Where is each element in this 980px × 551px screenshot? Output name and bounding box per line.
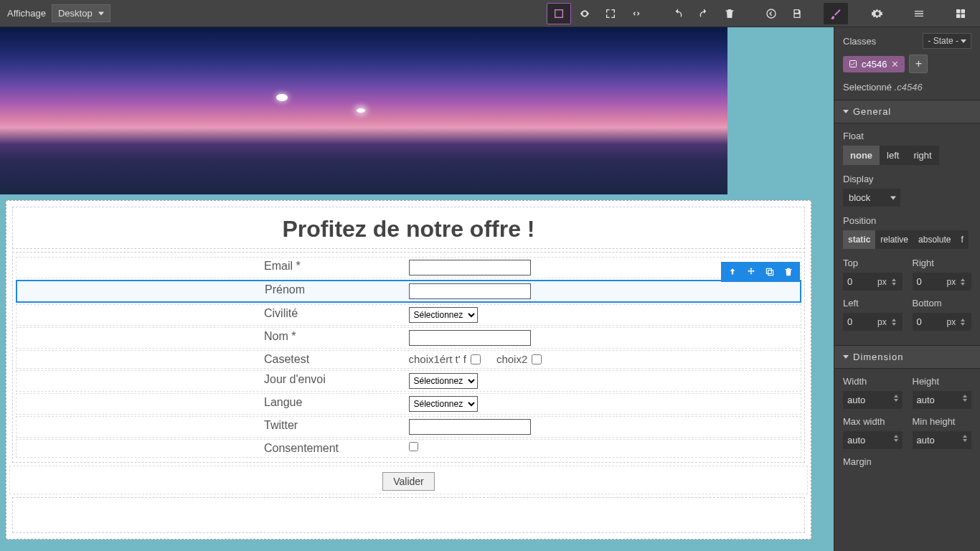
input-nom[interactable] bbox=[409, 330, 531, 346]
svg-rect-6 bbox=[768, 270, 773, 276]
float-group: none left right bbox=[843, 146, 971, 165]
svg-rect-0 bbox=[555, 9, 563, 17]
checkbox-choice2[interactable] bbox=[532, 354, 542, 364]
display-prop-label: Display bbox=[843, 174, 971, 184]
toolbar-center bbox=[547, 3, 809, 24]
svg-rect-3 bbox=[961, 9, 965, 13]
maxwidth-label: Max width bbox=[843, 416, 903, 427]
width-select[interactable]: auto bbox=[843, 391, 903, 409]
grid-icon[interactable] bbox=[948, 3, 973, 24]
svg-rect-4 bbox=[956, 14, 960, 17]
minheight-label: Min height bbox=[913, 416, 972, 427]
row-consentement: Consentement bbox=[16, 439, 801, 458]
caret-down-icon bbox=[843, 110, 849, 113]
copy-icon[interactable] bbox=[760, 264, 779, 280]
input-email[interactable] bbox=[409, 260, 531, 276]
back-icon[interactable] bbox=[759, 3, 783, 24]
select-outline-icon[interactable] bbox=[547, 3, 571, 24]
margin-label: Margin bbox=[843, 456, 971, 467]
pos-static[interactable]: static bbox=[843, 230, 875, 249]
pos-absolute[interactable]: absolute bbox=[913, 230, 956, 249]
selection-toolbar bbox=[721, 262, 800, 282]
row-langue: Langue Sélectionnez bbox=[16, 393, 801, 415]
left-label: Left bbox=[843, 298, 903, 309]
label-langue: Langue bbox=[17, 396, 409, 412]
brush-icon[interactable] bbox=[824, 3, 848, 24]
svg-rect-7 bbox=[766, 268, 771, 273]
display-select[interactable]: Desktop bbox=[52, 4, 110, 22]
class-tag[interactable]: c4546 ✕ bbox=[843, 56, 905, 72]
bottom-stepper[interactable] bbox=[958, 313, 967, 331]
input-twitter[interactable] bbox=[409, 419, 531, 435]
checkbox-consentement[interactable] bbox=[409, 442, 418, 451]
section-general[interactable]: General bbox=[834, 100, 980, 123]
label-casetest: Casetest bbox=[17, 353, 409, 366]
trash-icon[interactable] bbox=[717, 3, 742, 24]
section-dimension[interactable]: Dimension bbox=[834, 345, 980, 369]
minheight-select[interactable]: auto bbox=[913, 431, 972, 449]
left-stepper[interactable] bbox=[890, 313, 898, 331]
bottom-input[interactable] bbox=[913, 313, 944, 331]
submit-button[interactable]: Valider bbox=[382, 472, 435, 491]
check-icon bbox=[849, 60, 857, 68]
select-langue[interactable]: Sélectionnez bbox=[409, 396, 478, 412]
float-left[interactable]: left bbox=[880, 146, 906, 165]
label-prenom: Prénom bbox=[17, 283, 409, 299]
row-prenom[interactable]: Prénom bbox=[16, 280, 801, 303]
form-title: Profitez de notre offre ! bbox=[12, 207, 805, 249]
select-parent-icon[interactable] bbox=[723, 264, 742, 280]
label-consentement: Consentement bbox=[17, 442, 409, 455]
form-body: Email * Prénom Civilité Sélectionnez bbox=[12, 252, 805, 463]
pos-relative[interactable]: relative bbox=[875, 230, 913, 249]
fullscreen-icon[interactable] bbox=[598, 3, 623, 24]
eye-icon[interactable] bbox=[573, 3, 597, 24]
select-jour[interactable]: Sélectionnez bbox=[409, 373, 478, 389]
position-label: Position bbox=[843, 215, 971, 226]
canvas[interactable]: Profitez de notre offre ! Email * Prénom bbox=[0, 27, 834, 551]
float-right[interactable]: right bbox=[906, 146, 938, 165]
delete-icon[interactable] bbox=[779, 264, 798, 280]
selected-info: Selectionné .c4546 bbox=[834, 79, 980, 100]
choice2-label: choix2 bbox=[496, 353, 527, 365]
svg-point-1 bbox=[767, 9, 776, 18]
gear-icon[interactable] bbox=[865, 3, 890, 24]
label-email: Email * bbox=[17, 260, 409, 276]
topbar: Affichage Desktop bbox=[0, 0, 980, 27]
move-icon[interactable] bbox=[742, 264, 760, 280]
right-input[interactable] bbox=[913, 273, 944, 291]
form-container: Profitez de notre offre ! Email * Prénom bbox=[6, 200, 811, 540]
svg-rect-2 bbox=[956, 9, 960, 13]
pos-more[interactable]: f bbox=[956, 230, 968, 249]
float-none[interactable]: none bbox=[843, 146, 880, 165]
row-civilite: Civilité Sélectionnez bbox=[16, 304, 801, 326]
select-civilite[interactable]: Sélectionnez bbox=[409, 307, 478, 323]
state-select[interactable]: - State - bbox=[923, 33, 971, 49]
row-casetest: Casetest choix1ért t' f choix2 bbox=[16, 350, 801, 369]
label-jour: Jour d'envoi bbox=[17, 373, 409, 389]
right-stepper[interactable] bbox=[958, 273, 967, 291]
input-prenom[interactable] bbox=[409, 283, 531, 299]
height-label: Height bbox=[913, 376, 972, 387]
close-icon[interactable]: ✕ bbox=[891, 59, 899, 70]
height-select[interactable]: auto bbox=[913, 391, 972, 409]
code-icon[interactable] bbox=[624, 3, 649, 24]
label-twitter: Twitter bbox=[17, 419, 409, 435]
top-stepper[interactable] bbox=[890, 273, 898, 291]
top-label: Top bbox=[843, 258, 903, 268]
width-label: Width bbox=[843, 376, 903, 387]
checkbox-choice1[interactable] bbox=[471, 354, 481, 364]
menu-icon[interactable] bbox=[907, 3, 931, 24]
float-label: Float bbox=[843, 131, 971, 141]
add-class-button[interactable]: + bbox=[909, 55, 928, 73]
save-icon[interactable] bbox=[785, 3, 809, 24]
display-prop-select[interactable]: block bbox=[843, 189, 900, 207]
toolbar-right bbox=[824, 3, 973, 24]
topbar-left: Affichage Desktop bbox=[7, 4, 110, 22]
maxwidth-select[interactable]: auto bbox=[843, 431, 903, 449]
undo-icon[interactable] bbox=[666, 3, 690, 24]
style-panel: Classes - State - c4546 ✕ + Selectionné … bbox=[834, 27, 980, 551]
top-input[interactable] bbox=[843, 273, 875, 291]
redo-icon[interactable] bbox=[692, 3, 716, 24]
left-input[interactable] bbox=[843, 313, 875, 331]
label-nom: Nom * bbox=[17, 330, 409, 346]
